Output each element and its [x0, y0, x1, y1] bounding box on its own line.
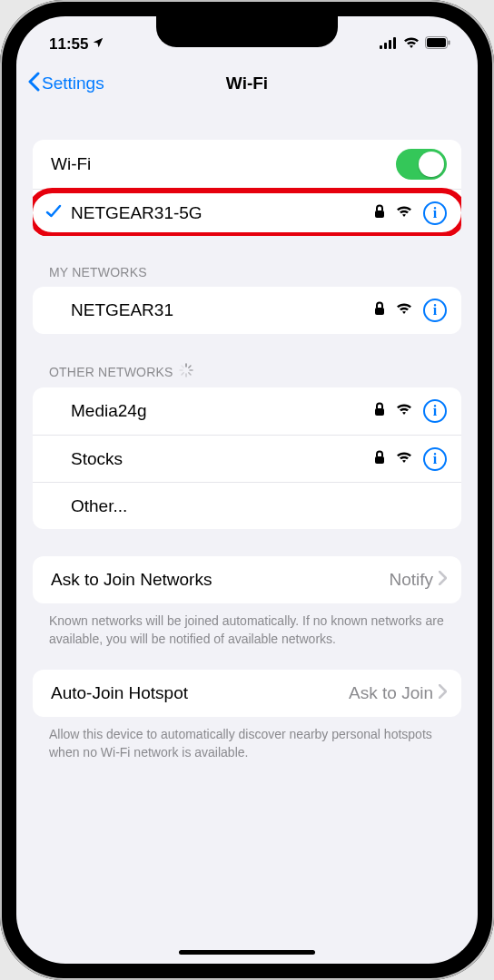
checkmark-icon — [45, 203, 62, 223]
svg-rect-1 — [384, 43, 387, 49]
network-row[interactable]: Stocks i — [33, 435, 461, 482]
network-row[interactable]: Media24g i — [33, 387, 461, 435]
network-row[interactable]: NETGEAR31 i — [33, 287, 461, 334]
auto-hotspot-group: Auto-Join Hotspot Ask to Join — [33, 670, 461, 717]
svg-rect-5 — [427, 38, 446, 47]
auto-hotspot-value: Ask to Join — [349, 683, 433, 703]
battery-icon — [425, 35, 450, 54]
chevron-right-icon — [439, 684, 447, 702]
ask-join-footnote: Known networks will be joined automatica… — [33, 603, 461, 648]
network-name: Stocks — [71, 449, 123, 469]
screen: 11:55 — [16, 16, 478, 964]
info-button[interactable]: i — [423, 399, 447, 423]
auto-hotspot-footnote: Allow this device to automatically disco… — [33, 717, 461, 761]
wifi-signal-icon — [396, 403, 412, 419]
svg-line-10 — [188, 366, 190, 368]
lock-icon — [374, 402, 385, 420]
svg-rect-18 — [375, 456, 384, 464]
info-button[interactable]: i — [423, 299, 447, 322]
status-time: 11:55 — [49, 35, 88, 54]
svg-line-14 — [182, 373, 183, 375]
back-label: Settings — [42, 74, 104, 93]
page-title: Wi-Fi — [226, 74, 268, 93]
wifi-toggle-row: Wi-Fi — [33, 140, 461, 189]
wifi-toggle[interactable] — [396, 149, 447, 180]
lock-icon — [374, 450, 385, 468]
svg-line-16 — [182, 366, 183, 368]
chevron-right-icon — [439, 571, 447, 589]
info-button[interactable]: i — [423, 201, 447, 225]
ask-join-row[interactable]: Ask to Join Networks Notify — [33, 556, 461, 603]
my-networks-header: MY NETWORKS — [49, 265, 461, 279]
connected-network-row[interactable]: NETGEAR31-5G i — [33, 189, 461, 236]
svg-rect-7 — [375, 211, 384, 218]
wifi-status-icon — [403, 35, 420, 54]
svg-rect-8 — [375, 308, 384, 315]
auto-hotspot-row[interactable]: Auto-Join Hotspot Ask to Join — [33, 670, 461, 717]
wifi-signal-icon — [396, 302, 412, 318]
auto-hotspot-label: Auto-Join Hotspot — [51, 683, 188, 703]
svg-rect-3 — [393, 37, 396, 49]
lock-icon — [374, 204, 385, 222]
my-networks-group: NETGEAR31 i — [33, 287, 461, 334]
phone-frame: 11:55 — [0, 0, 494, 980]
chevron-left-icon — [27, 72, 40, 96]
wifi-toggle-label: Wi-Fi — [51, 154, 91, 174]
lock-icon — [374, 301, 385, 319]
ask-join-group: Ask to Join Networks Notify — [33, 556, 461, 603]
spinner-icon — [179, 363, 193, 380]
location-arrow-icon — [92, 35, 104, 54]
info-button[interactable]: i — [423, 447, 447, 471]
other-network-row[interactable]: Other... — [33, 482, 461, 529]
other-networks-header-label: OTHER NETWORKS — [49, 365, 173, 379]
ask-join-value: Notify — [389, 570, 433, 590]
connected-network-name: NETGEAR31-5G — [71, 203, 203, 223]
ask-join-label: Ask to Join Networks — [51, 570, 212, 590]
other-label: Other... — [71, 496, 127, 516]
svg-rect-2 — [389, 40, 391, 49]
network-name: Media24g — [71, 401, 146, 421]
home-indicator[interactable] — [179, 950, 315, 955]
svg-rect-6 — [449, 41, 450, 45]
wifi-signal-icon — [396, 205, 412, 221]
other-networks-header: OTHER NETWORKS — [49, 363, 461, 380]
network-name: NETGEAR31 — [71, 300, 173, 320]
nav-bar: Settings Wi-Fi — [16, 62, 478, 105]
wifi-signal-icon — [396, 451, 412, 467]
wifi-group: Wi-Fi NETGEAR31-5G — [33, 140, 461, 236]
notch — [156, 16, 338, 47]
other-networks-group: Media24g i Stocks — [33, 387, 461, 529]
svg-line-12 — [188, 373, 190, 375]
cellular-signal-icon — [380, 35, 398, 54]
svg-rect-0 — [380, 45, 382, 49]
back-button[interactable]: Settings — [27, 72, 104, 96]
svg-rect-17 — [375, 408, 384, 416]
